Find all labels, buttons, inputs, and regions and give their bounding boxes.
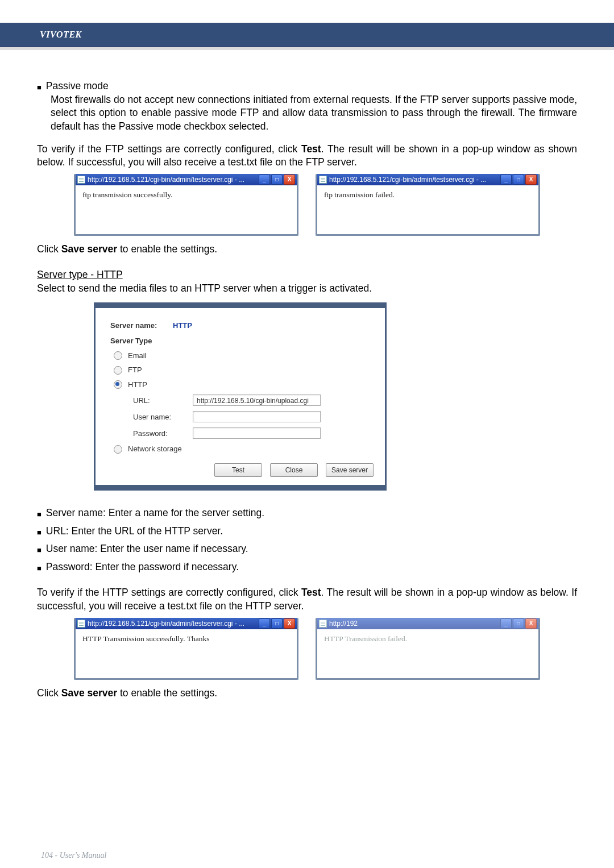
ftp-verify-pre: To verify if the FTP settings are correc…	[37, 143, 301, 155]
server-type-email-option[interactable]: Email	[114, 351, 370, 361]
save-post: to enable the settings.	[117, 687, 217, 699]
bullet-pass: ■ Password: Enter the password if necess…	[37, 560, 577, 574]
document-icon	[77, 176, 85, 184]
square-bullet-icon: ■	[37, 545, 42, 555]
save-pre: Click	[37, 243, 61, 255]
popup-ftp-success: http://192.168.5.121/cgi-bin/admin/tests…	[74, 174, 298, 236]
http-verify-paragraph: To verify if the HTTP settings are corre…	[37, 586, 577, 613]
http-verify-test-word: Test	[301, 587, 321, 598]
bullet-text: Server name: Enter a name for the server…	[46, 506, 264, 520]
server-name-value: HTTP	[173, 321, 192, 331]
bullet-text: User name: Enter the user name if necess…	[46, 542, 248, 556]
server-name-label: Server name:	[110, 321, 173, 331]
square-bullet-icon: ■	[37, 528, 42, 538]
opt-label: FTP	[128, 365, 142, 375]
bullet-server-name: ■ Server name: Enter a name for the serv…	[37, 506, 577, 520]
username-input[interactable]	[193, 411, 321, 422]
server-type-http-option[interactable]: HTTP	[114, 380, 370, 390]
popup-body: HTTP Transmission successfully. Thanks	[76, 629, 297, 678]
popup-titlebar: http://192.168.5.121/cgi-bin/admin/tests…	[76, 618, 297, 629]
popup-titlebar: http://192 _ □ X	[317, 618, 538, 629]
bullet-user: ■ User name: Enter the user name if nece…	[37, 542, 577, 556]
server-type-network-storage-option[interactable]: Network storage	[114, 444, 370, 454]
http-test-popup-row: http://192.168.5.121/cgi-bin/admin/tests…	[60, 618, 554, 680]
radio-icon	[114, 351, 122, 360]
radio-checked-icon	[114, 380, 122, 389]
radio-icon	[114, 366, 122, 375]
passive-mode-desc: Most firewalls do not accept new connect…	[51, 93, 577, 134]
page-footer: 104 - User's Manual	[41, 851, 106, 860]
popup-ftp-fail: http://192.168.5.121/cgi-bin/admin/tests…	[316, 174, 540, 236]
popup-title: http://192.168.5.121/cgi-bin/admin/tests…	[88, 619, 259, 628]
square-bullet-icon: ■	[37, 82, 42, 93]
maximize-icon[interactable]: □	[513, 618, 524, 629]
popup-http-fail: http://192 _ □ X HTTP Transmission faile…	[316, 618, 540, 680]
http-section-heading: Server type - HTTP	[37, 268, 577, 282]
minimize-icon[interactable]: _	[259, 175, 270, 185]
test-button[interactable]: Test	[214, 463, 262, 477]
opt-label: Email	[128, 351, 147, 361]
http-save-server-line: Click Save server to enable the settings…	[37, 687, 577, 700]
maximize-icon[interactable]: □	[271, 175, 283, 185]
password-input[interactable]	[193, 427, 321, 439]
url-input[interactable]: http://192.168.5.10/cgi-bin/upload.cgi	[193, 394, 321, 406]
popup-title: http://192	[329, 619, 500, 628]
username-label: User name:	[133, 412, 193, 422]
popup-titlebar: http://192.168.5.121/cgi-bin/admin/tests…	[76, 174, 297, 185]
bullet-url: ■ URL: Enter the URL of the HTTP server.	[37, 525, 577, 538]
maximize-icon[interactable]: □	[513, 175, 524, 185]
opt-label: HTTP	[128, 380, 147, 390]
close-icon[interactable]: X	[525, 618, 537, 629]
square-bullet-icon: ■	[37, 563, 42, 574]
save-pre: Click	[37, 687, 61, 699]
passive-mode-heading: Passive mode	[46, 80, 109, 93]
ftp-verify-test-word: Test	[301, 143, 321, 155]
popup-title: http://192.168.5.121/cgi-bin/admin/tests…	[88, 175, 259, 184]
document-icon	[77, 620, 85, 628]
save-post: to enable the settings.	[117, 243, 217, 255]
password-label: Password:	[133, 429, 193, 439]
save-server-bold: Save server	[61, 687, 117, 699]
document-icon	[319, 620, 327, 628]
popup-http-success: http://192.168.5.121/cgi-bin/admin/tests…	[74, 618, 298, 680]
maximize-icon[interactable]: □	[271, 618, 283, 629]
popup-title: http://192.168.5.121/cgi-bin/admin/tests…	[329, 175, 500, 184]
close-icon[interactable]: X	[525, 175, 537, 185]
popup-body: ftp transmission failed.	[317, 185, 538, 234]
server-type-ftp-option[interactable]: FTP	[114, 365, 370, 375]
ftp-save-server-line: Click Save server to enable the settings…	[37, 243, 577, 256]
passive-mode-heading-row: ■ Passive mode	[37, 80, 577, 93]
brand-header: VIVOTEK	[0, 23, 614, 47]
radio-icon	[114, 445, 122, 454]
opt-label: Network storage	[128, 444, 182, 454]
ftp-verify-paragraph: To verify if the FTP settings are correc…	[37, 143, 577, 169]
minimize-icon[interactable]: _	[500, 618, 512, 629]
popup-body: HTTP Transmission failed.	[317, 629, 538, 678]
minimize-icon[interactable]: _	[500, 175, 512, 185]
server-type-label: Server Type	[110, 336, 370, 346]
brand-text: VIVOTEK	[40, 30, 82, 40]
save-server-button[interactable]: Save server	[326, 463, 374, 477]
http-verify-pre: To verify if the HTTP settings are corre…	[37, 587, 301, 598]
minimize-icon[interactable]: _	[259, 618, 270, 629]
close-button[interactable]: Close	[270, 463, 318, 477]
bullet-text: Password: Enter the password if necessar…	[46, 560, 239, 574]
document-icon	[319, 176, 327, 184]
http-section-desc: Select to send the media files to an HTT…	[37, 282, 577, 296]
http-server-settings-panel: Server name: HTTP Server Type Email FTP …	[94, 302, 387, 491]
url-label: URL:	[133, 396, 193, 406]
bullet-text: URL: Enter the URL of the HTTP server.	[46, 525, 223, 538]
square-bullet-icon: ■	[37, 509, 42, 520]
popup-body: ftp transmission successfully.	[76, 185, 297, 234]
ftp-test-popup-row: http://192.168.5.121/cgi-bin/admin/tests…	[71, 174, 543, 236]
save-server-bold: Save server	[61, 243, 117, 255]
popup-titlebar: http://192.168.5.121/cgi-bin/admin/tests…	[317, 174, 538, 185]
close-icon[interactable]: X	[284, 618, 295, 629]
close-icon[interactable]: X	[284, 175, 295, 185]
